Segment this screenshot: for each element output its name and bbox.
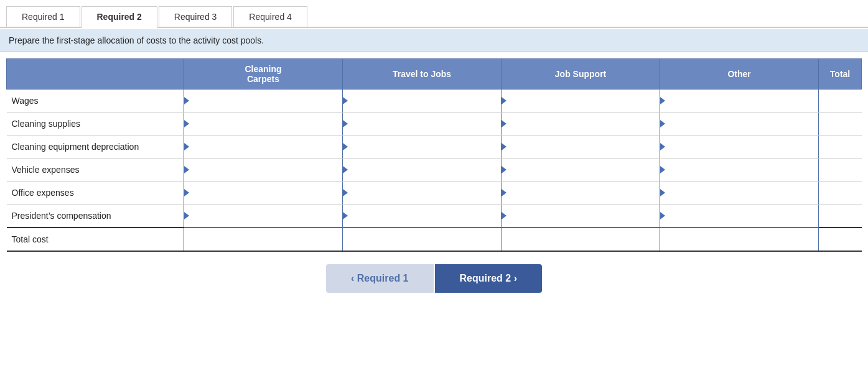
input-other-row1[interactable] (660, 113, 818, 135)
col-header-job-support: Job Support (502, 59, 660, 90)
cell-travel-to-jobs-row5 (342, 205, 501, 228)
cell-total-row2 (819, 136, 862, 159)
row-label-6: Total cost (7, 228, 184, 251)
cell-job-support-row0 (502, 90, 660, 113)
table-row: Cleaning supplies (7, 113, 862, 136)
arrow-icon-job-support-row5 (502, 212, 506, 219)
cell-total-row3 (819, 159, 862, 182)
cell-job-support-row4 (502, 182, 660, 205)
arrow-icon-travel-to-jobs-row2 (343, 143, 348, 150)
arrow-icon-cleaning-carpets-row0 (184, 97, 189, 104)
next-button[interactable]: Required 2 (435, 264, 542, 293)
cell-cleaning-carpets-row3 (184, 159, 342, 182)
input-other-row4[interactable] (660, 182, 818, 204)
cell-cleaning-carpets-row6 (184, 228, 342, 251)
input-travel-to-jobs-row3[interactable] (343, 159, 501, 181)
arrow-icon-other-row4 (660, 189, 665, 196)
input-other-row2[interactable] (660, 136, 818, 158)
col-header-total: Total (819, 59, 862, 90)
table-row: Vehicle expenses (7, 159, 862, 182)
col-header-cleaning-carpets: CleaningCarpets (184, 59, 342, 90)
input-travel-to-jobs-row4[interactable] (343, 182, 501, 204)
arrow-icon-other-row0 (660, 97, 665, 104)
col-header-travel-to-jobs: Travel to Jobs (342, 59, 501, 90)
input-travel-to-jobs-row1[interactable] (343, 113, 501, 135)
input-cleaning-carpets-row5[interactable] (184, 205, 342, 227)
table-row: Office expenses (7, 182, 862, 205)
arrow-icon-other-row2 (660, 143, 665, 150)
input-cleaning-carpets-row0[interactable] (184, 90, 342, 112)
cell-total-row4 (819, 182, 862, 205)
cell-other-row2 (660, 136, 819, 159)
row-label-3: Vehicle expenses (7, 159, 184, 182)
input-job-support-row2[interactable] (502, 136, 660, 158)
tab-required1[interactable]: Required 1 (6, 6, 80, 27)
row-label-2: Cleaning equipment depreciation (7, 136, 184, 159)
table-body: WagesCleaning suppliesCleaning equipment… (7, 90, 862, 252)
allocation-table-container: CleaningCarpets Travel to Jobs Job Suppo… (0, 52, 868, 252)
cell-total-row5 (819, 205, 862, 228)
input-job-support-row3[interactable] (502, 159, 660, 181)
cell-other-row1 (660, 113, 819, 136)
cell-travel-to-jobs-row1 (342, 113, 501, 136)
tab-required2[interactable]: Required 2 (82, 6, 157, 28)
input-cleaning-carpets-row3[interactable] (184, 159, 342, 181)
input-other-row5[interactable] (660, 205, 818, 227)
cell-travel-to-jobs-row4 (342, 182, 501, 205)
input-travel-to-jobs-row5[interactable] (343, 205, 501, 227)
tab-required4[interactable]: Required 4 (233, 6, 307, 27)
cell-cleaning-carpets-row4 (184, 182, 342, 205)
arrow-icon-job-support-row2 (502, 143, 506, 150)
cell-travel-to-jobs-row3 (342, 159, 501, 182)
cell-travel-to-jobs-row0 (342, 90, 501, 113)
allocation-table: CleaningCarpets Travel to Jobs Job Suppo… (6, 58, 862, 252)
cell-total-row1 (819, 113, 862, 136)
col-header-label (7, 59, 184, 90)
input-cleaning-carpets-row6[interactable] (184, 228, 342, 251)
input-job-support-row0[interactable] (502, 90, 660, 112)
arrow-icon-other-row1 (660, 120, 665, 127)
cell-cleaning-carpets-row1 (184, 113, 342, 136)
cell-job-support-row2 (502, 136, 660, 159)
arrow-icon-job-support-row0 (502, 97, 506, 104)
input-cleaning-carpets-row2[interactable] (184, 136, 342, 158)
input-travel-to-jobs-row2[interactable] (343, 136, 501, 158)
arrow-icon-cleaning-carpets-row5 (184, 212, 189, 219)
input-travel-to-jobs-row6[interactable] (343, 228, 501, 251)
row-label-4: Office expenses (7, 182, 184, 205)
instruction-text: Prepare the first-stage allocation of co… (0, 29, 868, 52)
input-cleaning-carpets-row4[interactable] (184, 182, 342, 204)
prev-label: Required 1 (357, 273, 409, 283)
cell-cleaning-carpets-row5 (184, 205, 342, 228)
arrow-icon-cleaning-carpets-row3 (184, 166, 189, 173)
cell-total-row0 (819, 90, 862, 113)
arrow-icon-job-support-row1 (502, 120, 506, 127)
cell-other-row4 (660, 182, 819, 205)
cell-other-row0 (660, 90, 819, 113)
table-row: Total cost (7, 228, 862, 251)
arrow-icon-other-row3 (660, 166, 665, 173)
cell-job-support-row6 (502, 228, 660, 251)
input-job-support-row1[interactable] (502, 113, 660, 135)
cell-travel-to-jobs-row6 (342, 228, 501, 251)
arrow-icon-job-support-row3 (502, 166, 506, 173)
table-row: Cleaning equipment depreciation (7, 136, 862, 159)
arrow-icon-travel-to-jobs-row3 (343, 166, 348, 173)
input-cleaning-carpets-row1[interactable] (184, 113, 342, 135)
input-job-support-row4[interactable] (502, 182, 660, 204)
tab-required3[interactable]: Required 3 (159, 6, 233, 27)
input-other-row3[interactable] (660, 159, 818, 181)
input-other-row6[interactable] (660, 228, 818, 251)
input-other-row0[interactable] (660, 90, 818, 112)
cell-job-support-row5 (502, 205, 660, 228)
table-header-row: CleaningCarpets Travel to Jobs Job Suppo… (7, 59, 862, 90)
table-row: Wages (7, 90, 862, 113)
input-job-support-row5[interactable] (502, 205, 660, 227)
arrow-icon-travel-to-jobs-row4 (343, 189, 348, 196)
input-job-support-row6[interactable] (502, 228, 660, 251)
arrow-icon-travel-to-jobs-row1 (343, 120, 348, 127)
cell-other-row6 (660, 228, 819, 251)
prev-button[interactable]: Required 1 (326, 264, 433, 293)
input-travel-to-jobs-row0[interactable] (343, 90, 501, 112)
footer-navigation: Required 1 Required 2 (0, 252, 868, 299)
